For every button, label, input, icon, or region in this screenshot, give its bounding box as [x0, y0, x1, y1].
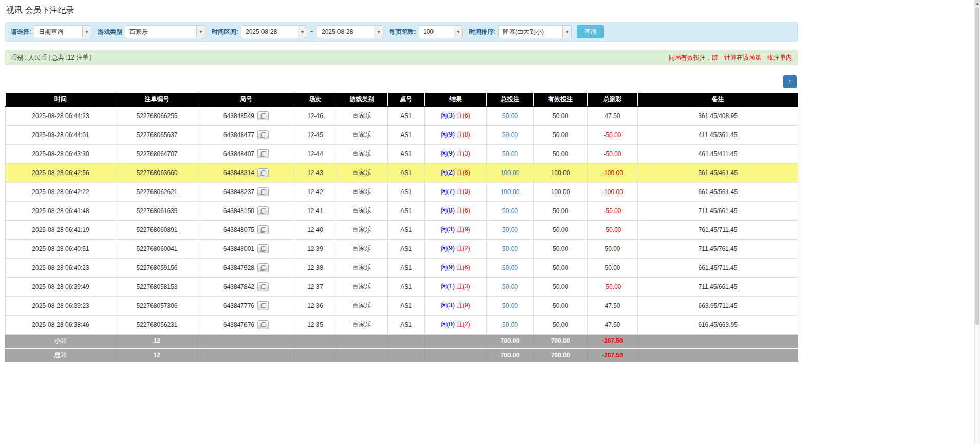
cell-time: 2025-08-28 06:42:56	[6, 163, 116, 182]
table-row: 2025-08-28 06:43:30 522768064707 6438484…	[6, 144, 798, 163]
column-header: 场次	[294, 93, 336, 106]
date-from-input[interactable]: 2025-08-28 ▼	[241, 25, 307, 38]
cell-session: 12-36	[294, 296, 336, 315]
table-body: 2025-08-28 06:44:23 522768066255 6438485…	[6, 106, 798, 362]
total-bet-link[interactable]: 50.00	[502, 112, 518, 120]
summary-empty-cell	[294, 348, 336, 362]
cell-table-no: AS1	[388, 220, 425, 239]
result-banker: 庄(9)	[457, 302, 470, 309]
cell-result: 闲(1)庄(3)	[425, 277, 487, 296]
cell-table-no: AS1	[388, 258, 425, 277]
round-cards-icon[interactable]	[257, 263, 269, 272]
bet-records-table: 时间注单编号局号场次游戏类别桌号结果总投注有效投注总派彩备注 2025-08-2…	[5, 93, 798, 362]
result-banker: 庄(6)	[457, 264, 470, 271]
cell-bet-id: 522768060041	[116, 239, 198, 258]
cell-round: 643847676	[198, 315, 294, 334]
chevron-down-icon[interactable]: ▼	[562, 26, 571, 38]
summary-empty-cell	[638, 334, 798, 348]
round-cards-icon[interactable]	[257, 149, 269, 158]
scrollbar-thumb[interactable]	[975, 7, 979, 325]
round-cards-icon[interactable]	[257, 111, 269, 120]
round-cards-icon[interactable]	[257, 244, 269, 253]
cell-result: 闲(9)庄(3)	[425, 144, 487, 163]
cell-game-type: 百家乐	[336, 106, 388, 125]
cell-session: 12-42	[294, 182, 336, 201]
scroll-up-arrow-icon[interactable]: ▲	[975, 0, 980, 6]
round-cards-icon[interactable]	[257, 130, 269, 139]
page-size-input[interactable]: 100 ▼	[419, 25, 463, 38]
date-to-input[interactable]: 2025-08-28 ▼	[317, 25, 383, 38]
cell-session: 12-35	[294, 315, 336, 334]
round-cards-icon[interactable]	[257, 301, 269, 310]
round-cards-icon[interactable]	[257, 206, 269, 215]
table-row: 2025-08-28 06:41:48 522768061639 6438481…	[6, 201, 798, 220]
cell-valid-bet: 50.00	[534, 125, 588, 144]
summary-empty-cell	[388, 334, 425, 348]
page-button-1[interactable]: 1	[783, 75, 797, 88]
summary-empty-cell	[198, 348, 294, 362]
round-cards-icon[interactable]	[257, 168, 269, 177]
chevron-down-icon[interactable]: ▼	[82, 26, 91, 38]
summary-label: 小计	[6, 334, 116, 348]
total-bet-link[interactable]: 50.00	[502, 131, 518, 139]
total-bet-link[interactable]: 100.00	[501, 169, 520, 177]
chevron-down-icon[interactable]: ▼	[374, 26, 383, 38]
chevron-down-icon[interactable]: ▼	[454, 26, 462, 38]
total-bet-link[interactable]: 50.00	[502, 150, 518, 158]
cell-result: 闲(2)庄(6)	[425, 163, 487, 182]
total-bet-link[interactable]: 50.00	[502, 302, 518, 310]
total-bet-link[interactable]: 50.00	[502, 226, 518, 234]
total-bet-link[interactable]: 50.00	[502, 207, 518, 215]
round-cards-icon[interactable]	[257, 187, 269, 196]
table-row: 2025-08-28 06:40:23 522768059156 6438479…	[6, 258, 798, 277]
round-number: 643848314	[223, 169, 254, 177]
vertical-scrollbar[interactable]: ▲	[974, 0, 980, 444]
cell-round: 643848001	[198, 239, 294, 258]
cell-game-type: 百家乐	[336, 144, 388, 163]
total-bet-link[interactable]: 50.00	[502, 321, 518, 329]
total-bet-link[interactable]: 100.00	[501, 188, 520, 196]
round-group: 643847776	[223, 301, 269, 310]
table-row: 2025-08-28 06:44:01 522768065637 6438484…	[6, 125, 798, 144]
cell-round: 643847776	[198, 296, 294, 315]
cell-result: 闲(9)庄(6)	[425, 258, 487, 277]
currency-summary-text: 币别 : 人民币 | 总共 :12 注单 |	[11, 53, 92, 62]
cell-total-bet: 100.00	[487, 182, 534, 201]
chevron-down-icon[interactable]: ▼	[298, 26, 307, 38]
round-group: 643848075	[223, 225, 269, 234]
summary-bar: 币别 : 人民币 | 总共 :12 注单 | 同局有效投注，统一计算在该局第一张…	[5, 50, 798, 65]
round-number: 643848477	[223, 131, 254, 139]
cell-table-no: AS1	[388, 201, 425, 220]
chevron-down-icon[interactable]: ▼	[196, 26, 205, 38]
sort-order-select[interactable]: 降幂(由大到小) ▼	[498, 25, 572, 38]
round-cards-icon[interactable]	[257, 282, 269, 291]
table-header-row: 时间注单编号局号场次游戏类别桌号结果总投注有效投注总派彩备注	[6, 93, 798, 106]
cell-round: 643848549	[198, 106, 294, 125]
cell-payout: 50.00	[588, 258, 638, 277]
total-bet-link[interactable]: 50.00	[502, 245, 518, 253]
cell-round: 643848407	[198, 144, 294, 163]
cell-payout: -100.00	[588, 182, 638, 201]
result-banker: 庄(2)	[457, 245, 470, 252]
total-bet-link[interactable]: 50.00	[502, 264, 518, 272]
cell-time: 2025-08-28 06:41:19	[6, 220, 116, 239]
round-number: 643848549	[223, 112, 254, 120]
summary-payout: -207.50	[588, 348, 638, 362]
query-type-select[interactable]: 日期查询 ▼	[34, 25, 91, 38]
game-type-value: 百家乐	[125, 28, 196, 36]
cell-bet-id: 522768063660	[116, 163, 198, 182]
page-size-label: 每页笔数:	[389, 28, 416, 36]
cell-game-type: 百家乐	[336, 182, 388, 201]
column-header: 总派彩	[588, 93, 638, 106]
round-cards-icon[interactable]	[257, 225, 269, 234]
total-bet-link[interactable]: 50.00	[502, 283, 518, 291]
date-to-value: 2025-08-28	[317, 28, 374, 35]
result-banker: 庄(3)	[457, 283, 470, 290]
game-type-select[interactable]: 百家乐 ▼	[125, 25, 205, 38]
round-cards-icon[interactable]	[257, 320, 269, 329]
cell-result: 闲(0)庄(2)	[425, 315, 487, 334]
table-row: 2025-08-28 06:44:23 522768066255 6438485…	[6, 106, 798, 125]
result-player: 闲(3)	[441, 302, 455, 309]
cell-bet-id: 522768058153	[116, 277, 198, 296]
query-button[interactable]: 查询	[577, 25, 604, 38]
